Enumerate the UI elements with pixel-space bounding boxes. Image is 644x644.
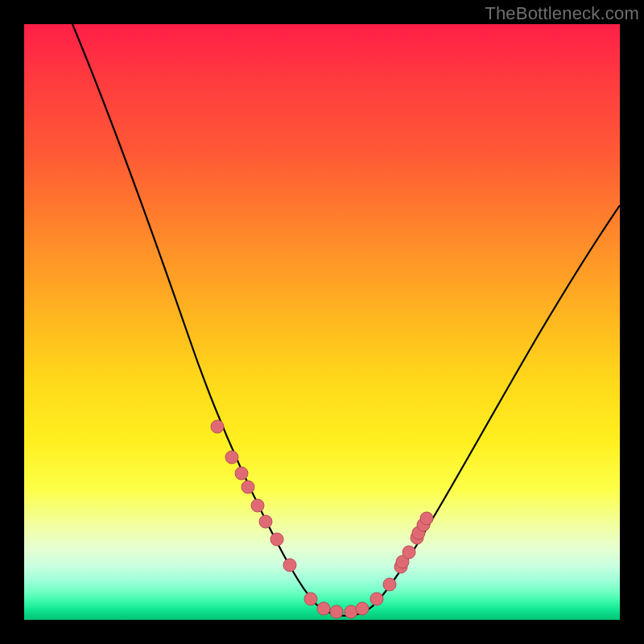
data-dot: [383, 578, 396, 591]
data-dot: [242, 481, 254, 493]
data-dot: [259, 515, 272, 528]
data-dot: [402, 546, 415, 559]
data-dot: [283, 559, 296, 572]
dot-cluster: [211, 420, 433, 618]
data-dot: [345, 605, 357, 618]
bottleneck-curve: [72, 24, 620, 616]
data-dot: [270, 533, 283, 546]
data-dot: [330, 605, 343, 618]
data-dot: [356, 602, 369, 615]
data-dot: [304, 592, 317, 605]
watermark-text: TheBottleneck.com: [485, 3, 639, 24]
chart-frame: TheBottleneck.com: [0, 0, 644, 644]
data-dot: [420, 512, 433, 525]
data-dot: [317, 602, 330, 615]
data-dot: [225, 451, 238, 464]
data-dot: [211, 420, 224, 433]
plot-area: [24, 24, 620, 620]
data-dot: [235, 467, 248, 480]
data-dot: [251, 499, 264, 512]
chart-svg: [24, 24, 620, 620]
data-dot: [370, 592, 383, 605]
